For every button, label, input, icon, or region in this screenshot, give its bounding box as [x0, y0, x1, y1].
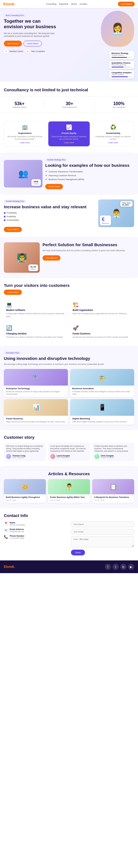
hero-card-1: Business Strategy Growth metrics: [109, 51, 134, 59]
brand-logo: Elondi.: [3, 2, 15, 6]
perfect-solution-section: 👨‍🏫 31.1K Clients Perfect Solution for S…: [0, 237, 138, 278]
ps-image: 👨‍🏫 31.1K Clients: [4, 242, 40, 273]
about-btn[interactable]: Know More: [45, 184, 63, 189]
article-3-image: 📋: [92, 479, 134, 494]
story-card-2: Lorem ipsum will always be in business a…: [48, 442, 90, 461]
feature-card-2: 🏗️ Build organization Build and strength…: [70, 299, 134, 320]
hero-title: Together we can envision your business: [4, 19, 59, 30]
innov-3-desc: Rapid business processes and agile metho…: [6, 421, 66, 423]
hero-secondary-button[interactable]: Learn More: [24, 41, 42, 46]
article-card-2[interactable]: 👨‍💼 Foster Business Agility Within Your …: [48, 479, 90, 503]
service-2-link[interactable]: Learn more: [50, 142, 88, 144]
customer-story-section: Customer story With them our project fin…: [0, 430, 138, 466]
name-input[interactable]: [71, 521, 134, 527]
story-3-quote: Create innovative ideas to transform you…: [94, 445, 132, 452]
changing-mindset-icon: 🔄: [6, 325, 65, 331]
feature-card-4: 🚀 Faster business Accelerate your busine…: [70, 323, 134, 341]
submit-button[interactable]: Send: [71, 550, 85, 555]
service-card-1: 🏢 Organization We provide organization c…: [4, 121, 46, 147]
hero-stats: ✓ Satisfied Clients ⭐ Task Completed: [4, 49, 59, 54]
innovation-img: 🚁: [70, 369, 134, 385]
story-2-quote: Lorem ipsum will always be in business a…: [50, 445, 88, 452]
about-image: 👥 154k Clients: [4, 160, 42, 188]
innovation-section: Innovation Plus Using innovation and dis…: [0, 346, 138, 430]
checklist-item-1: ✔Customer Experience Transformation: [45, 169, 134, 174]
article-card-1[interactable]: 🤝 Build Business Agility Throughout Oct …: [4, 479, 46, 503]
contact-section: Contact Info 📍 Name Elondi Consulting 📧 …: [0, 508, 138, 560]
innov-2-title: Business Innovation: [72, 387, 132, 390]
story-2-role: CFO, Finance Inc: [57, 457, 70, 458]
linkedin-icon[interactable]: in: [120, 564, 127, 570]
stat-2-label: Years Experience: [62, 106, 77, 108]
email-form-row: [71, 529, 134, 535]
stat-1-number: 53k+: [13, 101, 27, 106]
story-2-name: Laura Douglas: [57, 455, 70, 457]
nav-about[interactable]: About: [71, 3, 77, 5]
facebook-icon[interactable]: f: [105, 564, 111, 570]
email-input[interactable]: [71, 529, 134, 535]
innov-4-title: Digital Marketing: [72, 417, 132, 420]
innov-2-desc: Innovative business models and strategie…: [72, 390, 132, 395]
ps-badge: 31.1K Clients: [28, 265, 38, 271]
youtube-icon[interactable]: ▶: [128, 564, 134, 570]
about-checklist: ✔Customer Experience Transformation ✔Imp…: [45, 169, 134, 181]
message-textarea[interactable]: [71, 536, 134, 548]
article-1-title: Build Business Agility Throughout: [6, 496, 44, 499]
feature-card-3: 🔄 Changing mindset Transform your team's…: [4, 323, 68, 341]
hero-card-1-title: Business Strategy: [111, 52, 132, 54]
hero-stat-2-label: Task Completed: [31, 50, 45, 52]
name-form-row: [71, 521, 134, 527]
nav-links: Consulting Expertise About Contact: [46, 3, 87, 5]
hero-primary-button[interactable]: Get Started: [4, 41, 22, 46]
build-org-icon: 🏗️: [73, 302, 132, 308]
hero-card-3-title: Competitive Analytics: [111, 72, 132, 73]
stat-1-label: Satisfied Clients: [13, 106, 27, 108]
nav-cta-button[interactable]: Get Started: [118, 2, 135, 6]
enterprise-img: 🔧: [4, 369, 68, 385]
innovation-title: Using innovation and disruptive technolo…: [4, 356, 134, 361]
service-2-name: Private Equity: [50, 132, 88, 134]
location-icon: 📍: [4, 522, 8, 526]
innov-card-4: 📱 Digital Marketing Data-driven digital …: [70, 399, 134, 425]
hero-card-2-sub: Financial planning: [111, 64, 132, 66]
ps-desc: We help small businesses find the perfec…: [42, 249, 134, 252]
nav-contact[interactable]: Contact: [79, 3, 87, 5]
service-1-link[interactable]: Learn more: [6, 142, 43, 144]
article-card-3[interactable]: 📋 A Blueprint for Business Transform Oct…: [92, 479, 134, 503]
phone-icon: 📞: [4, 535, 8, 539]
stat-3-number: 100%: [112, 101, 125, 106]
innov-4-desc: Data-driven digital marketing strategies…: [72, 421, 132, 423]
bv-list-item-1: Profitability: [4, 211, 96, 215]
contact-form: Send: [71, 521, 134, 555]
footer: Elondi. f t in ▶: [0, 560, 138, 573]
story-cards: With them our project findings are consi…: [4, 442, 134, 461]
feature-4-title: Faster business: [73, 332, 132, 335]
feature-2-title: Build organization: [73, 309, 132, 311]
ps-btn[interactable]: Get Started: [42, 255, 61, 260]
feature-3-title: Changing mindset: [6, 332, 65, 335]
story-1-role: CEO, TechCorp: [12, 457, 25, 458]
story-title: Customer story: [4, 435, 134, 440]
about-text: Growth Strategy Plus Looking for example…: [45, 158, 134, 189]
innovation-desc: We leverage cutting-edge technology and …: [4, 363, 134, 366]
article-1-date: Oct 15, 2023: [6, 499, 44, 501]
faster-business-icon: 🚀: [73, 325, 132, 331]
sustainability-icon: ♻️: [95, 124, 132, 130]
twitter-icon[interactable]: t: [113, 564, 119, 570]
contact-name-label: Name: [10, 521, 25, 524]
bv-btn[interactable]: Learn More: [4, 227, 22, 232]
story-card-1: With them our project findings are consi…: [4, 442, 46, 461]
bv-list-item-3: Sustainability: [4, 218, 96, 222]
footer-logo: Elondi.: [4, 565, 15, 569]
nav-consulting[interactable]: Consulting: [46, 3, 56, 5]
business-value-section: Growth Strategy Plus Increase business v…: [0, 194, 138, 237]
story-card-3: Create innovative ideas to transform you…: [92, 442, 134, 461]
about-badge: 154k Clients: [31, 179, 41, 186]
service-3-link[interactable]: Learn more: [95, 142, 132, 144]
nav-expertise[interactable]: Expertise: [59, 3, 68, 5]
visitors-btn[interactable]: Learn More: [4, 289, 22, 295]
article-1-image: 🤝: [4, 479, 46, 494]
story-1-quote: With them our project findings are consi…: [6, 445, 44, 452]
story-3-role: Director, StartupX: [101, 457, 114, 458]
innov-3-title: Faster Business: [6, 417, 66, 420]
